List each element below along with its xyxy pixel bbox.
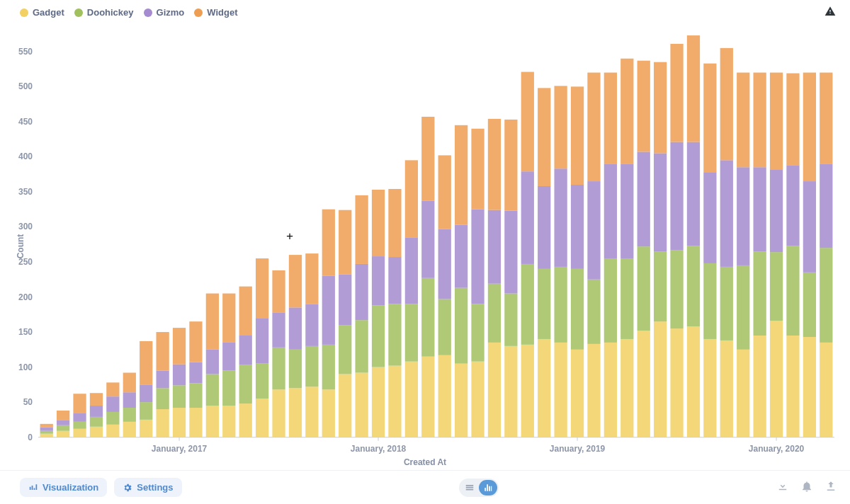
svg-rect-151 — [604, 73, 617, 164]
svg-rect-118 — [471, 210, 484, 304]
legend-item[interactable]: Widget — [194, 7, 237, 18]
svg-rect-106 — [421, 201, 434, 278]
svg-text:January, 2019: January, 2019 — [550, 444, 606, 454]
svg-rect-138 — [554, 168, 567, 267]
svg-rect-125 — [504, 294, 517, 346]
svg-rect-190 — [770, 169, 783, 252]
svg-rect-63 — [239, 287, 252, 336]
svg-rect-114 — [455, 224, 468, 287]
chart-legend: GadgetDoohickeyGizmoWidget — [0, 0, 850, 19]
svg-rect-76 — [305, 386, 318, 437]
svg-rect-102 — [405, 237, 418, 304]
svg-rect-94 — [372, 256, 385, 305]
svg-rect-97 — [388, 304, 401, 365]
svg-rect-128 — [521, 345, 534, 437]
share-icon[interactable] — [824, 480, 837, 496]
svg-rect-81 — [322, 345, 335, 389]
svg-rect-117 — [471, 304, 484, 361]
svg-rect-23 — [73, 394, 86, 413]
svg-rect-33 — [123, 408, 136, 422]
svg-rect-21 — [73, 422, 86, 429]
svg-rect-24 — [90, 427, 103, 437]
svg-rect-150 — [604, 164, 617, 258]
svg-rect-127 — [504, 120, 517, 211]
legend-label: Gizmo — [157, 7, 185, 18]
svg-rect-193 — [786, 246, 799, 336]
visualization-button-label: Visualization — [42, 482, 98, 493]
svg-rect-27 — [90, 393, 103, 406]
download-icon[interactable] — [776, 480, 789, 496]
svg-rect-92 — [372, 367, 385, 437]
svg-rect-84 — [339, 374, 351, 437]
svg-rect-140 — [571, 350, 584, 437]
legend-swatch — [144, 8, 152, 17]
svg-rect-124 — [504, 346, 517, 437]
svg-rect-83 — [322, 210, 335, 276]
svg-rect-142 — [571, 185, 584, 269]
legend-item[interactable]: Gizmo — [144, 7, 185, 18]
svg-text:400: 400 — [18, 151, 33, 161]
legend-swatch — [20, 8, 28, 17]
svg-rect-135 — [538, 88, 550, 186]
svg-rect-164 — [670, 328, 683, 437]
svg-rect-179 — [720, 48, 733, 160]
svg-rect-200 — [820, 343, 832, 437]
legend-swatch — [74, 8, 83, 17]
svg-rect-130 — [521, 171, 534, 264]
legend-label: Widget — [207, 7, 237, 18]
svg-text:January, 2020: January, 2020 — [749, 444, 805, 454]
svg-rect-197 — [803, 273, 816, 337]
svg-rect-180 — [737, 350, 749, 437]
svg-rect-116 — [471, 362, 484, 437]
svg-rect-171 — [687, 35, 700, 142]
svg-rect-62 — [239, 336, 252, 365]
svg-rect-60 — [239, 403, 252, 437]
svg-rect-146 — [587, 181, 600, 280]
view-toggle[interactable] — [459, 479, 499, 497]
svg-text:300: 300 — [18, 222, 33, 231]
svg-rect-35 — [123, 373, 136, 393]
svg-rect-79 — [305, 253, 318, 304]
svg-text:450: 450 — [18, 117, 33, 127]
warning-icon[interactable] — [824, 6, 836, 19]
svg-rect-186 — [753, 167, 766, 251]
svg-rect-104 — [421, 357, 434, 437]
svg-rect-45 — [173, 385, 186, 408]
settings-button[interactable]: Settings — [114, 478, 181, 497]
svg-rect-202 — [820, 164, 832, 248]
svg-rect-80 — [322, 389, 335, 437]
svg-rect-122 — [488, 210, 501, 284]
svg-rect-108 — [438, 355, 451, 437]
svg-rect-67 — [256, 258, 268, 318]
svg-rect-121 — [488, 284, 501, 343]
svg-rect-91 — [355, 195, 368, 264]
svg-rect-132 — [538, 339, 550, 437]
svg-rect-109 — [438, 299, 451, 355]
chart-area[interactable]: Count 050100150200250300350400450500550J… — [0, 19, 850, 470]
svg-rect-99 — [388, 189, 401, 257]
svg-rect-69 — [272, 348, 285, 389]
svg-rect-86 — [339, 275, 351, 325]
svg-rect-198 — [803, 181, 816, 273]
chart-view-button[interactable] — [479, 480, 497, 496]
svg-text:January, 2018: January, 2018 — [351, 444, 407, 454]
svg-rect-89 — [355, 320, 368, 372]
svg-rect-40 — [156, 409, 169, 437]
legend-label: Gadget — [33, 7, 64, 18]
svg-text:350: 350 — [18, 187, 33, 197]
bell-icon[interactable] — [800, 480, 813, 496]
svg-rect-170 — [687, 142, 700, 246]
svg-rect-48 — [189, 408, 202, 437]
svg-rect-58 — [222, 343, 235, 371]
legend-item[interactable]: Doohickey — [74, 7, 134, 18]
settings-button-label: Settings — [137, 482, 173, 493]
legend-item[interactable]: Gadget — [20, 7, 64, 18]
svg-rect-189 — [770, 252, 783, 321]
svg-rect-183 — [737, 73, 749, 168]
svg-rect-28 — [106, 425, 119, 437]
svg-rect-39 — [140, 341, 152, 384]
table-view-button[interactable] — [460, 480, 479, 496]
visualization-button[interactable]: Visualization — [20, 478, 107, 497]
svg-rect-78 — [305, 304, 318, 345]
svg-rect-159 — [638, 61, 650, 152]
